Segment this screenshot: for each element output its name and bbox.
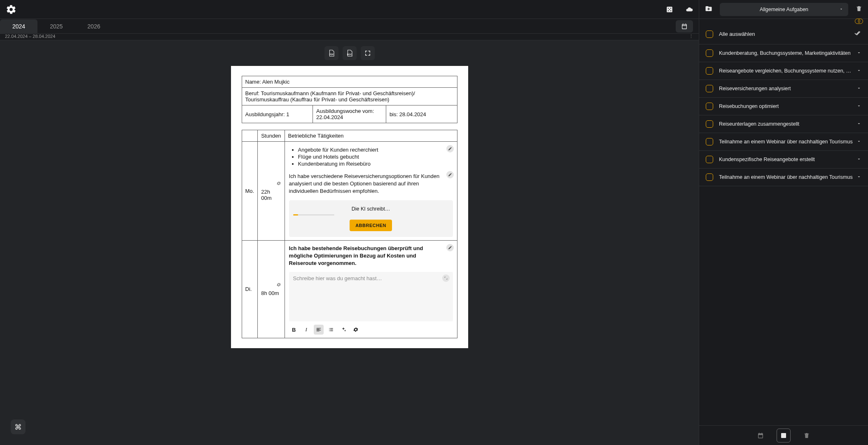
format-toolbar: B I xyxy=(289,325,453,335)
cloud-download-icon[interactable] xyxy=(686,6,693,13)
italic-button[interactable]: I xyxy=(301,325,311,335)
footer-calendar-button[interactable] xyxy=(754,429,768,443)
task-checkbox[interactable] xyxy=(706,156,713,163)
bold-button[interactable]: B xyxy=(289,325,299,335)
task-label: Kundenspezifische Reiseangebote erstellt xyxy=(719,157,856,162)
activity-text-mo: Ich habe verschiedene Reiseversicherungs… xyxy=(289,173,453,195)
task-label: Reisebuchungen optimiert xyxy=(719,103,856,109)
task-item[interactable]: Reiseversicherungen analysiert xyxy=(699,80,868,98)
align-left-button[interactable] xyxy=(314,325,324,335)
task-label: Reiseunterlagen zusammengestellt xyxy=(719,121,856,127)
chevron-down-icon[interactable] xyxy=(856,103,861,110)
doc-bis: bis: 28.04.2024 xyxy=(386,105,457,123)
chevron-down-icon[interactable] xyxy=(856,138,861,145)
task-item[interactable]: Reiseunterlagen zusammengestellt xyxy=(699,115,868,133)
svg-point-1 xyxy=(668,7,669,8)
select-all-checkbox[interactable] xyxy=(706,30,713,38)
task-label: Teilnahme an einem Webinar über nachhalt… xyxy=(719,139,856,145)
doc-woche: Ausbildungswoche vom: 22.04.2024 xyxy=(313,105,386,123)
chevron-down-icon[interactable] xyxy=(856,85,861,92)
task-item[interactable]: Teilnahme an einem Webinar über nachhalt… xyxy=(699,169,868,186)
day-mo: Mo. xyxy=(242,142,258,241)
task-item[interactable]: Reiseangebote vergleichen, Buchungssyste… xyxy=(699,62,868,80)
gear-icon[interactable] xyxy=(261,282,281,288)
dice-icon[interactable] xyxy=(666,6,673,13)
export-pdf-button[interactable]: PDF xyxy=(324,46,338,60)
ai-sparkle-button[interactable] xyxy=(338,325,348,335)
task-label: Teilnahme an einem Webinar über nachhalt… xyxy=(719,174,856,180)
trash-icon[interactable] xyxy=(856,5,862,13)
command-button[interactable] xyxy=(11,419,26,434)
col-taetigkeiten: Betriebliche Tätigkeiten xyxy=(285,130,457,142)
task-item[interactable]: Teilnahme an einem Webinar über nachhalt… xyxy=(699,133,868,151)
svg-point-5 xyxy=(669,9,670,9)
app-logo[interactable] xyxy=(6,4,16,15)
chevron-down-icon xyxy=(839,7,843,12)
task-checkbox[interactable] xyxy=(706,138,713,145)
doc-jahr: Ausbildungsjahr: 1 xyxy=(242,105,313,123)
task-checkbox[interactable] xyxy=(706,85,713,92)
svg-text:DOC: DOC xyxy=(347,53,352,56)
footer-dice-button[interactable] xyxy=(777,429,791,443)
svg-rect-8 xyxy=(781,433,786,438)
chevron-down-icon[interactable] xyxy=(856,50,861,56)
hours-mo[interactable]: 22h 00m xyxy=(258,142,285,241)
doc-beruf: Beruf: Tourismuskaufmann (Kaufmann für P… xyxy=(242,88,457,105)
task-checkbox[interactable] xyxy=(706,49,713,57)
task-label: Kundenberatung, Buchungssysteme, Marketi… xyxy=(719,50,856,56)
hours-di[interactable]: 8h 00m xyxy=(258,240,285,338)
ai-writing-box: Die KI schreibt… ABBRECHEN xyxy=(289,200,453,237)
chevron-down-icon[interactable] xyxy=(856,121,861,127)
task-checkbox[interactable] xyxy=(706,173,713,181)
list-button[interactable] xyxy=(326,325,336,335)
chevron-down-icon[interactable] xyxy=(856,174,861,180)
date-range-label: 22.04.2024 – 28.04.2024 xyxy=(5,34,55,39)
settings-gear-button[interactable] xyxy=(351,325,361,335)
task-item[interactable]: Reisebuchungen optimiert xyxy=(699,98,868,115)
gear-icon[interactable] xyxy=(261,181,281,187)
activity-input-di[interactable]: Schreibe hier was du gemacht hast… xyxy=(289,272,453,321)
task-item[interactable]: Kundenberatung, Buchungssysteme, Marketi… xyxy=(699,44,868,62)
check-all-icon[interactable] xyxy=(854,30,861,38)
svg-point-4 xyxy=(670,10,671,11)
count-badge: 0 xyxy=(855,19,863,24)
footer-trash-button[interactable] xyxy=(800,429,814,443)
tab-2024[interactable]: 2024 xyxy=(0,19,37,33)
task-checkbox[interactable] xyxy=(706,67,713,75)
expand-button[interactable] xyxy=(442,274,450,282)
add-folder-icon[interactable] xyxy=(705,5,712,14)
col-blank xyxy=(242,130,258,142)
edit-entry-button[interactable] xyxy=(446,145,454,152)
calendar-button[interactable] xyxy=(676,20,693,33)
tab-2026[interactable]: 2026 xyxy=(75,19,112,33)
task-checkbox[interactable] xyxy=(706,103,713,110)
day-di: Di. xyxy=(242,240,258,338)
report-document: Name: Alen Mujkic Beruf: Tourismuskaufma… xyxy=(231,66,468,348)
chevron-down-icon[interactable] xyxy=(856,156,861,163)
activity-bullets-mo: Angebote für Kunden recherchiert Flüge u… xyxy=(289,147,453,167)
chevron-down-icon[interactable] xyxy=(856,68,861,74)
activity-text-di: Ich habe bestehende Reisebuchungen überp… xyxy=(289,245,453,267)
doc-name: Name: Alen Mujkic xyxy=(242,76,457,88)
ai-status-text: Die KI schreibt… xyxy=(293,206,449,212)
task-item[interactable]: Kundenspezifische Reiseangebote erstellt xyxy=(699,151,868,169)
task-label: Reiseangebote vergleichen, Buchungssyste… xyxy=(719,68,856,74)
ai-progress-bar xyxy=(293,214,334,215)
more-dots[interactable]: ⋮ xyxy=(689,34,694,39)
edit-entry-button-di[interactable] xyxy=(446,244,454,251)
task-checkbox[interactable] xyxy=(706,120,713,128)
task-label: Reiseversicherungen analysiert xyxy=(719,86,856,91)
svg-point-3 xyxy=(668,10,669,11)
fullscreen-button[interactable] xyxy=(361,46,375,60)
select-all-label: Alle auswählen xyxy=(719,31,854,37)
edit-entry-button-2[interactable] xyxy=(446,171,454,178)
category-dropdown[interactable]: Allgemeine Aufgaben xyxy=(720,3,848,16)
svg-text:PDF: PDF xyxy=(329,53,334,56)
ai-cancel-button[interactable]: ABBRECHEN xyxy=(350,220,392,231)
col-stunden: Stunden xyxy=(258,130,285,142)
tab-2025[interactable]: 2025 xyxy=(37,19,75,33)
export-doc-button[interactable]: DOC xyxy=(343,46,357,60)
svg-point-2 xyxy=(670,7,671,8)
